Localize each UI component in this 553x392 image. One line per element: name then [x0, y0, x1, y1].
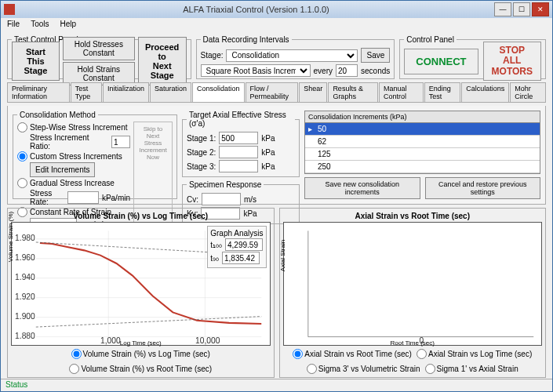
stage2-input[interactable] [219, 146, 258, 158]
svg-text:1.940: 1.940 [15, 273, 35, 281]
stress-rate-input[interactable] [67, 191, 99, 204]
volume-strain-chart: Volume Strain (%) vs Log Time (sec) 1.98… [7, 208, 275, 378]
edit-increments-button[interactable]: Edit Increments [30, 162, 95, 177]
grid-row[interactable]: 125 [305, 148, 540, 161]
stop-all-motors-button[interactable]: STOP ALL MOTORS [483, 42, 541, 81]
svg-text:10,000: 10,000 [195, 336, 220, 345]
save-intervals-button[interactable]: Save [361, 48, 390, 63]
radio-sigma1[interactable] [425, 364, 435, 374]
svg-text:1,000: 1,000 [100, 336, 121, 345]
status-bar: Status [1, 379, 552, 391]
menu-help[interactable]: Help [60, 20, 76, 31]
tab-shear[interactable]: Shear [299, 82, 327, 102]
grid-row[interactable]: ▸50 [305, 123, 540, 136]
t100-input[interactable] [225, 238, 263, 251]
start-stage-button[interactable]: Start This Stage [12, 42, 60, 81]
window-title: ALFA Triaxial Control (Version 1.1.0.0) [18, 5, 494, 14]
svg-line-9 [36, 317, 261, 328]
menubar: File Tools Help [1, 18, 552, 32]
maximize-button[interactable]: ☐ [513, 2, 530, 16]
radio-custom[interactable] [17, 151, 27, 162]
tab-flow[interactable]: Flow / Permeability [246, 82, 299, 102]
grid-row[interactable]: 62 [305, 136, 540, 148]
svg-text:1.960: 1.960 [15, 253, 35, 262]
svg-text:1.980: 1.980 [15, 234, 35, 242]
grid-row[interactable]: 500 [305, 173, 540, 174]
axial-strain-chart: Axial Strain vs Root Time (sec) 0 Axial … [279, 208, 547, 378]
minimize-button[interactable]: — [494, 2, 511, 16]
radio-gradual[interactable] [17, 178, 27, 188]
graph-analysis-box: Graph Analysis t₁₀₀ t₉₀ [207, 226, 266, 268]
grid-row[interactable]: 250 [305, 161, 540, 173]
app-icon [4, 4, 15, 15]
interval-value-input[interactable] [336, 64, 358, 77]
save-increments-button[interactable]: Save new consolidation increments [304, 177, 420, 199]
hold-stresses-button[interactable]: Hold Stresses Constant [63, 37, 135, 60]
data-recording-intervals: Data Recording Intervals Stage: Consolid… [196, 35, 395, 79]
radio-axial-log[interactable] [417, 349, 427, 359]
tab-initialization[interactable]: Initialization [103, 82, 149, 102]
radio-stepwise[interactable] [17, 122, 27, 132]
target-stress: Target Axial Effective Stress (σ'a) Stag… [182, 111, 300, 177]
increments-grid[interactable]: Consolidation Increments (kPa) ▸50 62 12… [304, 111, 540, 174]
stage-select[interactable]: Consolidation [226, 49, 358, 62]
ratio-input[interactable] [111, 136, 130, 148]
tab-consolidation[interactable]: Consolidation [192, 82, 245, 102]
tab-manual[interactable]: Manual Control [379, 82, 424, 102]
chart2-plot[interactable]: 0 Axial Strain Root Time (sec) [283, 222, 543, 346]
svg-text:1.920: 1.920 [15, 292, 35, 301]
menu-file[interactable]: File [7, 20, 20, 31]
tab-strip: Preliminary Information Test Type Initia… [7, 82, 546, 103]
close-button[interactable]: ✕ [532, 2, 549, 16]
proceed-button[interactable]: Proceed to Next Stage [138, 37, 187, 85]
connect-button[interactable]: CONNECT [404, 49, 478, 74]
chart1-plot[interactable]: 1.9801.9601.9401.9201.9001.880 1,00010,0… [11, 222, 271, 346]
tab-results[interactable]: Results & Graphs [328, 82, 378, 102]
t90-input[interactable] [222, 252, 260, 264]
tab-calculations[interactable]: Calculations [461, 82, 509, 102]
titlebar: ALFA Triaxial Control (Version 1.1.0.0) … [1, 1, 552, 18]
menu-tools[interactable]: Tools [31, 20, 49, 31]
test-control-panel: Test Control Panel Start This Stage Hold… [7, 35, 191, 79]
cv-input[interactable] [202, 193, 241, 205]
tab-saturation[interactable]: Saturation [150, 82, 191, 102]
tab-ending[interactable]: Ending Test [424, 82, 460, 102]
tab-test-type[interactable]: Test Type [71, 82, 102, 102]
radio-sigma3[interactable] [307, 364, 317, 374]
radio-axial-root[interactable] [293, 349, 303, 359]
svg-text:1.900: 1.900 [15, 312, 35, 321]
tab-preliminary[interactable]: Preliminary Information [7, 82, 70, 102]
control-panel: Control Panel CONNECT STOP ALL MOTORS [399, 35, 546, 79]
cancel-increments-button[interactable]: Cancel and restore previous settings [425, 177, 541, 199]
radio-vol-root[interactable] [69, 364, 79, 374]
svg-text:1.880: 1.880 [15, 332, 35, 340]
interval-method-select[interactable]: Square Root Basis Incremen [201, 64, 311, 77]
tab-mohr[interactable]: Mohr Circle [510, 82, 546, 102]
radio-vol-log[interactable] [71, 349, 82, 359]
stage3-input[interactable] [219, 160, 258, 172]
consolidation-method: Consolidation Method Step-Wise Stress In… [13, 111, 177, 199]
stage1-input[interactable] [219, 132, 258, 144]
